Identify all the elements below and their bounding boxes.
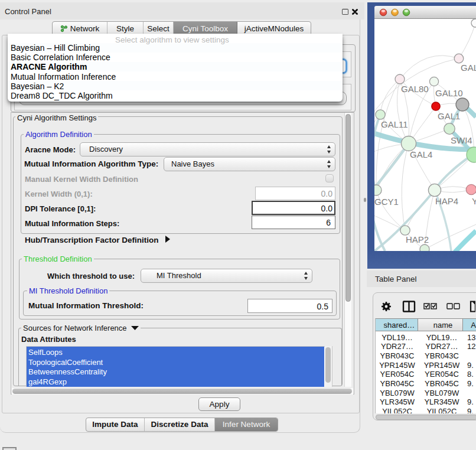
svg-text:GAL4: GAL4 bbox=[410, 149, 432, 159]
svg-text:SWI4: SWI4 bbox=[451, 135, 472, 145]
svg-text:GAL10: GAL10 bbox=[435, 88, 463, 98]
svg-text:GAL80: GAL80 bbox=[401, 84, 429, 94]
svg-text:GCY1: GCY1 bbox=[374, 197, 399, 207]
svg-text:HAP2: HAP2 bbox=[406, 234, 429, 244]
svg-text:HAP4: HAP4 bbox=[435, 196, 458, 206]
svg-text:GAL: GAL bbox=[461, 63, 476, 73]
svg-text:Y: Y bbox=[472, 196, 476, 206]
svg-text:GAL11: GAL11 bbox=[381, 119, 408, 129]
svg-text:GAL1: GAL1 bbox=[438, 111, 460, 121]
